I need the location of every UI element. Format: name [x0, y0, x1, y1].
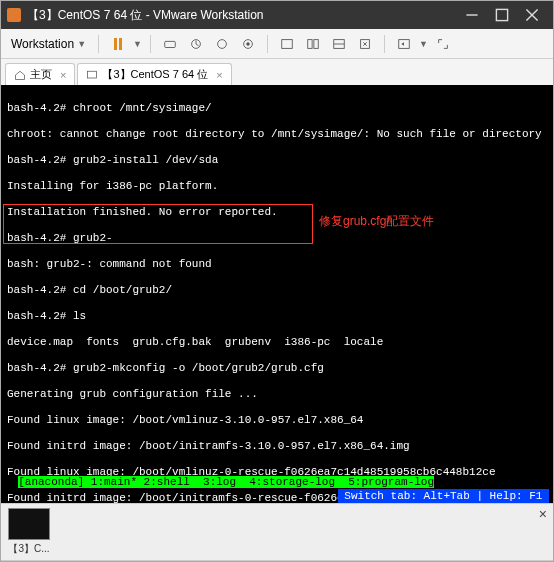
stretch-icon[interactable] [432, 33, 454, 55]
show-console-icon[interactable] [276, 33, 298, 55]
tab-home[interactable]: 主页 × [5, 63, 75, 85]
terminal-line: Found linux image: /boot/vmlinuz-3.10.0-… [7, 414, 547, 427]
snapshot-manager-icon[interactable] [237, 33, 259, 55]
window-titlebar: 【3】CentOS 7 64 位 - VMware Workstation [1, 1, 553, 29]
snapshot-icon[interactable] [185, 33, 207, 55]
terminal-line: bash-4.2# cd /boot/grub2/ [7, 284, 547, 297]
maximize-button[interactable] [487, 1, 517, 29]
terminal-line: Installing for i386-pc platform. [7, 180, 547, 193]
vm-thumbnail[interactable]: 【3】C... [5, 508, 53, 556]
home-icon [14, 69, 26, 81]
tab-vm[interactable]: 【3】CentOS 7 64 位 × [77, 63, 231, 85]
anaconda-status-line: [anaconda] 1:main* 2:shell 3:log 4:stora… [1, 461, 553, 503]
terminal-line: bash-4.2# grub2-install /dev/sda [7, 154, 547, 167]
send-ctrl-alt-del-icon[interactable] [159, 33, 181, 55]
toolbar-separator [267, 35, 268, 53]
fullscreen-icon[interactable] [393, 33, 415, 55]
tab-bar: 主页 × 【3】CentOS 7 64 位 × [1, 59, 553, 85]
vm-console[interactable]: bash-4.2# chroot /mnt/sysimage/ chroot: … [1, 85, 553, 503]
terminal-line: Generating grub configuration file ... [7, 388, 547, 401]
svg-point-8 [246, 42, 250, 46]
terminal-line: Installation finished. No error reported… [7, 206, 547, 219]
app-icon [7, 8, 21, 22]
unity-icon[interactable] [354, 33, 376, 55]
thumbnail-strip: × 【3】C... [1, 503, 553, 561]
svg-point-6 [218, 39, 227, 48]
terminal-line: bash-4.2# ls [7, 310, 547, 323]
main-toolbar: Workstation ▼ ▼ ▼ [1, 29, 553, 59]
tab-vm-label: 【3】CentOS 7 64 位 [102, 67, 208, 82]
window-title: 【3】CentOS 7 64 位 - VMware Workstation [27, 7, 457, 24]
terminal-line: bash-4.2# grub2-mkconfig -o /boot/grub2/… [7, 362, 547, 375]
svg-rect-16 [88, 71, 97, 78]
toolbar-separator [150, 35, 151, 53]
close-icon[interactable]: × [539, 506, 547, 522]
thumbnail-image [8, 508, 50, 540]
svg-rect-10 [308, 39, 312, 48]
toolbar-separator [384, 35, 385, 53]
chevron-down-icon[interactable]: ▼ [419, 39, 428, 49]
terminal-line: bash: grub2-: command not found [7, 258, 547, 271]
terminal-line: bash-4.2# grub2- [7, 232, 547, 245]
status-right: Switch tab: Alt+Tab | Help: F1 [338, 489, 549, 503]
single-view-icon[interactable] [328, 33, 350, 55]
chevron-down-icon: ▼ [77, 39, 86, 49]
svg-rect-11 [314, 39, 318, 48]
toolbar-separator [98, 35, 99, 53]
terminal-line: chroot: cannot change root directory to … [7, 128, 547, 141]
svg-rect-4 [165, 41, 176, 47]
annotation-text: 修复grub.cfg配置文件 [319, 215, 434, 228]
snapshot-revert-icon[interactable] [211, 33, 233, 55]
terminal-line: device.map fonts grub.cfg.bak grubenv i3… [7, 336, 547, 349]
close-icon[interactable]: × [216, 69, 222, 81]
close-icon[interactable]: × [60, 69, 66, 81]
workstation-menu[interactable]: Workstation ▼ [7, 35, 90, 53]
vm-icon [86, 69, 98, 81]
terminal-line: bash-4.2# chroot /mnt/sysimage/ [7, 102, 547, 115]
terminal-line: Found initrd image: /boot/initramfs-3.10… [7, 440, 547, 453]
thumbnail-label: 【3】C... [8, 542, 49, 556]
workstation-menu-label: Workstation [11, 37, 74, 51]
chevron-down-icon[interactable]: ▼ [133, 39, 142, 49]
pause-button[interactable] [107, 33, 129, 55]
svg-rect-9 [282, 39, 293, 48]
minimize-button[interactable] [457, 1, 487, 29]
tab-home-label: 主页 [30, 67, 52, 82]
svg-rect-1 [496, 9, 507, 20]
close-button[interactable] [517, 1, 547, 29]
thumbnail-view-icon[interactable] [302, 33, 324, 55]
status-left: [anaconda] 1:main* 2:shell 3:log 4:stora… [18, 476, 434, 488]
